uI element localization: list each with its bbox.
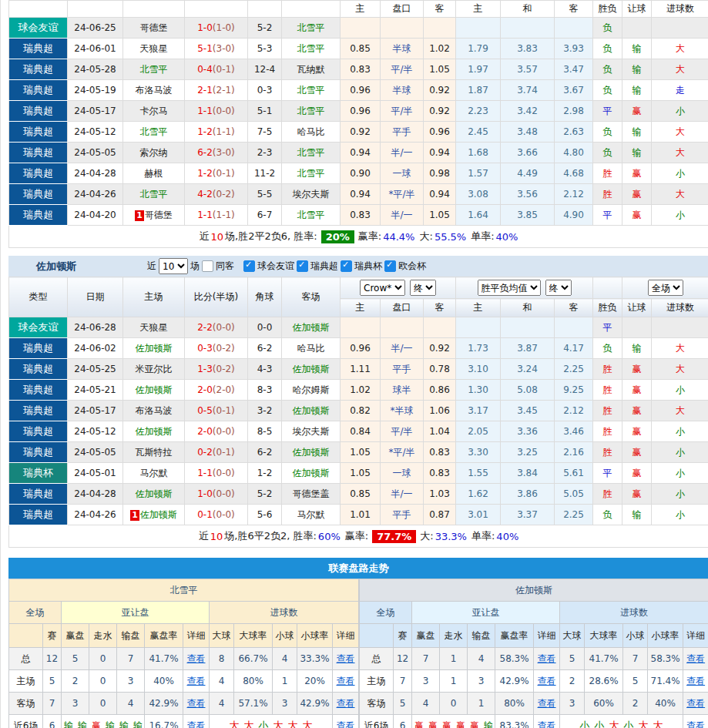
team2-filter-bar: 佐加顿斯 近 10 场 同客 球会友谊 瑞典超 瑞典杯 欧会杯 xyxy=(8,256,708,277)
euro-away-odds: 5.05 xyxy=(555,484,593,505)
league-type-cell: 瑞典超 xyxy=(9,143,68,163)
asian-stage-select[interactable]: 终 xyxy=(410,280,436,296)
win-rate-badge: 77.7% xyxy=(372,530,416,543)
detail-link[interactable]: 查看 xyxy=(538,653,556,664)
euro-home-odds: 3.10 xyxy=(456,359,501,380)
asian-home-odds: 1.11 xyxy=(341,359,381,380)
col-euro-home: 主 xyxy=(456,1,501,18)
match-row: 瑞典超 24-04-28 佐加顿斯 1-0(0-0) 5-2 哥德堡盖 0.85… xyxy=(9,484,708,505)
goals-result-cell: 大 xyxy=(652,184,708,205)
score-cell: 2-2(0-0) xyxy=(185,317,248,338)
score-cell: 2-1(2-1) xyxy=(185,80,248,101)
handicap-line: 平手 xyxy=(381,359,424,380)
handicap-result-cell: 赢 xyxy=(622,163,652,184)
corner-cell: 12-4 xyxy=(248,59,282,80)
detail-link[interactable]: 查看 xyxy=(686,720,705,728)
score-cell: 1-1(0-0) xyxy=(185,463,248,484)
asian-home-odds: 0.96 xyxy=(341,101,381,122)
match-row: 瑞典超 24-04-20 1哥德堡 1-1(1-1) 6-7 北雪平 0.83 … xyxy=(9,205,708,226)
handicap-result-cell: 赢 xyxy=(622,184,652,205)
same-away-checkbox[interactable] xyxy=(202,260,213,272)
detail-link[interactable]: 查看 xyxy=(337,698,355,709)
asian-home-odds: 0.96 xyxy=(341,338,381,359)
detail-link[interactable]: 查看 xyxy=(187,676,206,686)
league-allsvenskan-checkbox[interactable] xyxy=(297,260,308,272)
euro-stage-select[interactable]: 终 xyxy=(545,280,572,296)
league-cup-checkbox[interactable] xyxy=(341,260,352,272)
corner-cell: 5-6 xyxy=(248,505,282,525)
score-cell: 0-3(0-2) xyxy=(185,338,248,359)
corner-cell: 2-3 xyxy=(248,143,282,163)
euro-avg-select[interactable]: 胜平负均值 xyxy=(478,280,541,296)
league-type-cell: 瑞典超 xyxy=(9,122,68,143)
bookmaker-select[interactable]: Crow* xyxy=(360,280,405,296)
score-cell: 0-5(0-1) xyxy=(185,401,248,421)
detail-link[interactable]: 查看 xyxy=(538,720,556,728)
detail-link[interactable]: 查看 xyxy=(538,676,556,686)
league-type-cell: 瑞典超 xyxy=(9,101,68,122)
league-friendly-checkbox[interactable] xyxy=(243,260,255,272)
handicap-line: 半/一 xyxy=(381,205,424,226)
match-date: 24-05-12 xyxy=(68,122,123,143)
handicap-line: 平/半 xyxy=(381,421,424,442)
asian-away-odds: 0.86 xyxy=(424,380,456,401)
match-row: 瑞典超 24-06-01 天狼星 5-1(3-0) 5-3 北雪平 0.85 半… xyxy=(9,39,708,59)
result-cell: 负 xyxy=(593,122,622,143)
detail-link[interactable]: 查看 xyxy=(337,653,355,664)
col-score: 比分(半场) xyxy=(185,277,248,317)
handicap-result-cell: 输 xyxy=(622,122,652,143)
asian-away-odds: 1.04 xyxy=(424,421,456,442)
handicap-result-cell xyxy=(622,317,652,338)
match-date: 24-05-05 xyxy=(68,442,123,463)
home-team: 瓦斯特拉 xyxy=(123,442,185,463)
home-team: 布洛马波 xyxy=(123,401,185,421)
col-asian-home: 主 xyxy=(341,1,381,18)
euro-home-odds: 1.97 xyxy=(456,59,501,80)
detail-link[interactable]: 查看 xyxy=(337,720,355,728)
detail-link[interactable]: 查看 xyxy=(337,676,355,686)
match-date: 24-05-28 xyxy=(68,59,123,80)
detail-link[interactable]: 查看 xyxy=(538,698,556,709)
asian-home-odds: 0.90 xyxy=(341,163,381,184)
match-date: 24-06-25 xyxy=(68,18,123,39)
match-date: 24-05-05 xyxy=(68,143,123,163)
col-goals-result: 进球数 xyxy=(652,299,708,317)
league-type-cell: 瑞典超 xyxy=(9,401,68,421)
league-conference-checkbox[interactable] xyxy=(384,260,396,272)
handicap-line: 平/半 xyxy=(381,101,424,122)
away-team: 马尔默 xyxy=(282,505,341,525)
detail-link[interactable]: 查看 xyxy=(686,653,705,664)
handicap-line: 半球 xyxy=(381,39,424,59)
euro-home-odds: 1.68 xyxy=(456,143,501,163)
league-type-cell: 瑞典超 xyxy=(9,484,68,505)
euro-draw-odds: 4.49 xyxy=(501,163,555,184)
detail-link[interactable]: 查看 xyxy=(686,676,705,686)
euro-home-odds: 3.30 xyxy=(456,442,501,463)
handicap-line: *半球 xyxy=(381,401,424,421)
goals-result-cell: 走 xyxy=(652,80,708,101)
league-type-cell: 瑞典超 xyxy=(9,421,68,442)
detail-link[interactable]: 查看 xyxy=(187,720,206,728)
handicap-result-cell: 赢 xyxy=(622,359,652,380)
goals-result-cell: 大 xyxy=(652,59,708,80)
detail-link[interactable]: 查看 xyxy=(187,653,206,664)
euro-away-odds: 2.98 xyxy=(555,101,593,122)
away-team: 佐加顿斯 xyxy=(282,359,341,380)
detail-link[interactable]: 查看 xyxy=(187,698,206,709)
col-date: 日期 xyxy=(68,277,123,317)
home-team: 北雪平 xyxy=(123,122,185,143)
euro-home-odds xyxy=(456,317,501,338)
match-row: 球会友谊 24-06-28 天狼星 2-2(0-0) 0-0 佐加顿斯 平 xyxy=(9,317,708,338)
corner-cell: 4-3 xyxy=(248,359,282,380)
asian-away-odds: 0.94 xyxy=(424,184,456,205)
col-euro-draw: 和 xyxy=(501,299,555,317)
away-team: 北雪平 xyxy=(282,101,341,122)
fulltime-select[interactable]: 全场 xyxy=(648,280,683,296)
score-cell: 0-1(0-0) xyxy=(185,505,248,525)
recent-count-select[interactable]: 10 xyxy=(159,258,188,274)
detail-link[interactable]: 查看 xyxy=(686,698,705,709)
score-cell: 1-2(0-1) xyxy=(185,163,248,184)
trend-recent-row: 近6场 6 输输赢输输输 16.7% 查看 大大小大大大 查看 xyxy=(9,715,359,728)
handicap-result-cell: 输 xyxy=(622,143,652,163)
col-euro-away: 客 xyxy=(555,1,593,18)
